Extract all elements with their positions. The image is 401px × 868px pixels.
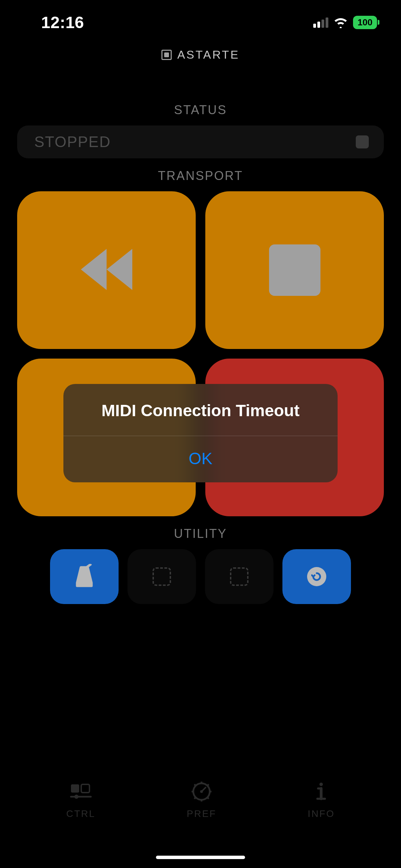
home-indicator[interactable]	[156, 856, 245, 859]
record-button[interactable]	[205, 359, 384, 516]
utility-slot-2-button[interactable]	[205, 549, 274, 604]
undo-icon	[307, 567, 326, 586]
tab-ctrl-label: CTRL	[66, 808, 95, 819]
status-value: STOPPED	[34, 133, 111, 150]
ctrl-icon	[69, 780, 93, 804]
svg-line-6	[202, 787, 206, 792]
cellular-icon	[313, 17, 328, 28]
main-content: STATUS STOPPED TRANSPORT UTILITY	[17, 93, 384, 604]
app-title-row: ASTARTE	[0, 48, 401, 61]
app-title: ASTARTE	[177, 48, 240, 61]
status-indicators: 100	[313, 16, 377, 29]
tab-pref[interactable]: PREF	[187, 780, 217, 819]
tab-pref-label: PREF	[187, 808, 217, 819]
rewind-button[interactable]	[17, 191, 196, 349]
svg-rect-1	[81, 784, 89, 793]
svg-point-15	[319, 783, 323, 786]
tab-info-label: INFO	[308, 808, 335, 819]
tab-ctrl[interactable]: CTRL	[66, 780, 95, 819]
svg-line-13	[194, 797, 196, 799]
app-logo-icon	[161, 50, 172, 60]
wifi-icon	[333, 16, 348, 28]
utility-section-label: UTILITY	[17, 527, 384, 541]
svg-line-11	[194, 784, 196, 786]
stop-icon	[356, 135, 369, 148]
transport-grid	[17, 191, 384, 516]
empty-slot-icon	[230, 567, 248, 586]
status-time: 12:16	[41, 13, 84, 32]
status-pill: STOPPED	[17, 125, 384, 158]
battery-indicator: 100	[353, 16, 377, 29]
transport-section-label: TRANSPORT	[17, 169, 384, 183]
info-icon	[309, 780, 333, 804]
status-section-label: STATUS	[17, 103, 384, 117]
play-button[interactable]	[17, 359, 196, 516]
stop-button[interactable]	[205, 191, 384, 349]
tab-bar: CTRL PREF INFO	[0, 765, 401, 834]
utility-slot-1-button[interactable]	[127, 549, 196, 604]
undo-button[interactable]	[282, 549, 351, 604]
utility-row	[17, 549, 384, 604]
svg-line-12	[207, 797, 209, 799]
svg-line-14	[207, 784, 209, 786]
status-bar: 12:16 100	[0, 0, 401, 45]
metronome-icon	[72, 564, 96, 589]
svg-point-3	[74, 795, 78, 799]
stop-icon	[269, 244, 320, 296]
rewind-icon	[74, 242, 139, 298]
empty-slot-icon	[153, 567, 171, 586]
metronome-button[interactable]	[50, 549, 119, 604]
pref-icon	[190, 780, 214, 804]
svg-rect-0	[71, 784, 79, 793]
tab-info[interactable]: INFO	[308, 780, 335, 819]
